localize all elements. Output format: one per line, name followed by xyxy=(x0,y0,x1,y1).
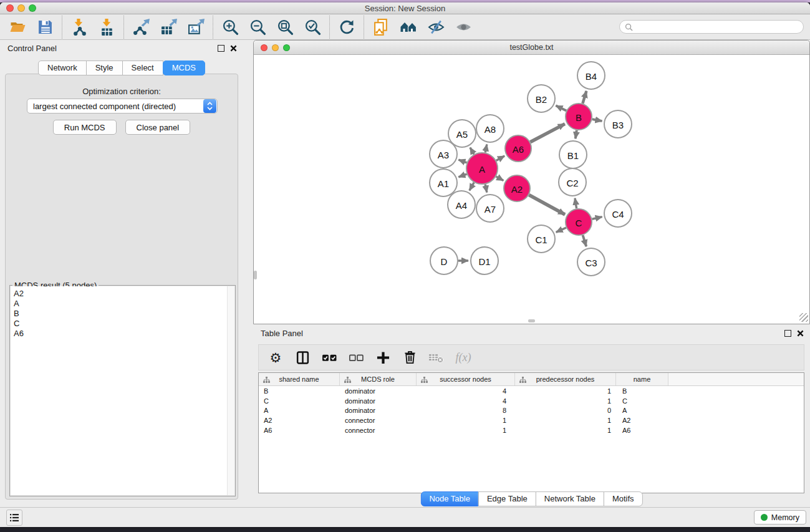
zoom-fit-icon[interactable] xyxy=(274,16,296,37)
node-D1[interactable]: D1 xyxy=(471,247,498,274)
edge-A-A6[interactable] xyxy=(496,156,504,160)
zoom-out-icon[interactable] xyxy=(246,16,269,37)
tab-select[interactable]: Select xyxy=(122,60,163,75)
edge-A-A4[interactable] xyxy=(470,183,474,191)
float-panel-icon[interactable] xyxy=(218,45,224,52)
edge-C-C2[interactable] xyxy=(575,198,577,209)
task-history-button[interactable] xyxy=(6,510,22,526)
edge-B-B4[interactable] xyxy=(582,91,586,104)
node-A[interactable]: A xyxy=(466,153,498,184)
close-window-button[interactable] xyxy=(6,4,14,12)
mcds-result-item[interactable]: B xyxy=(14,309,234,319)
deselect-all-icon[interactable] xyxy=(348,349,364,365)
node-C3[interactable]: C3 xyxy=(577,248,605,276)
node-A4[interactable]: A4 xyxy=(448,191,475,218)
node-A1[interactable]: A1 xyxy=(430,169,457,196)
node-C[interactable]: C xyxy=(566,209,592,235)
cybrowser-home-icon[interactable] xyxy=(397,16,420,37)
memory-button[interactable]: Memory xyxy=(754,510,806,525)
criterion-dropdown[interactable]: largest connected component (directed) xyxy=(27,99,218,114)
mcds-result-item[interactable]: A6 xyxy=(14,329,234,339)
node-A3[interactable]: A3 xyxy=(430,140,457,168)
edge-C-C1[interactable] xyxy=(556,228,566,232)
column-header-shared-name[interactable]: shared name xyxy=(259,373,340,385)
delete-column-trash-icon[interactable] xyxy=(402,349,418,365)
open-file-icon[interactable] xyxy=(6,16,29,37)
column-header-predecessor-nodes[interactable]: predecessor nodes xyxy=(515,373,616,385)
mcds-result-item[interactable]: A xyxy=(14,299,234,309)
node-C2[interactable]: C2 xyxy=(559,168,586,196)
node-B4[interactable]: B4 xyxy=(577,62,605,89)
maximize-window-button[interactable] xyxy=(29,4,36,12)
mcds-result-item[interactable]: A2 xyxy=(14,289,234,299)
column-header-MCDS-role[interactable]: MCDS role xyxy=(340,373,417,385)
column-header-name[interactable]: name xyxy=(616,373,668,385)
network-window-titlebar[interactable]: testGlobe.txt xyxy=(254,41,809,55)
search-input[interactable] xyxy=(636,22,798,31)
edge-A-A5[interactable] xyxy=(470,148,474,155)
minimize-window-button[interactable] xyxy=(17,4,25,12)
search-field[interactable] xyxy=(619,20,804,34)
new-network-from-selection-icon[interactable] xyxy=(370,16,392,37)
horizontal-scroll-thumb[interactable] xyxy=(528,319,535,322)
node-A2[interactable]: A2 xyxy=(504,175,530,201)
export-table-icon[interactable] xyxy=(157,16,180,37)
edge-B-B3[interactable] xyxy=(592,119,602,121)
add-column-icon[interactable] xyxy=(375,349,391,365)
network-canvas[interactable]: B4B2BB3A5A8A6A3B1AA1C2A2A4A7C4CC1C3DD1 xyxy=(254,55,809,323)
edge-B-B1[interactable] xyxy=(576,130,577,139)
node-B3[interactable]: B3 xyxy=(604,110,632,138)
node-C1[interactable]: C1 xyxy=(528,225,555,253)
tab-node-table[interactable]: Node Table xyxy=(420,491,479,506)
tab-network-table[interactable]: Network Table xyxy=(536,491,604,506)
window-titlebar[interactable]: Session: New Session xyxy=(0,2,810,14)
edge-A-A1[interactable] xyxy=(458,174,466,177)
network-maximize-button[interactable] xyxy=(283,44,290,51)
vertical-scroll-thumb[interactable] xyxy=(254,271,257,279)
table-row[interactable]: Bdominator41B xyxy=(259,386,804,396)
node-C4[interactable]: C4 xyxy=(604,200,632,227)
resize-grip-icon[interactable] xyxy=(799,313,808,322)
save-session-icon[interactable] xyxy=(34,16,56,37)
close-table-panel-icon[interactable] xyxy=(797,330,804,337)
edge-B-B2[interactable] xyxy=(556,105,566,110)
import-network-icon[interactable] xyxy=(68,16,90,37)
node-B2[interactable]: B2 xyxy=(528,85,555,112)
table-row[interactable]: A2connector11A2 xyxy=(259,415,804,425)
show-all-icon[interactable] xyxy=(452,16,475,37)
hide-selected-icon[interactable] xyxy=(425,16,447,37)
node-D[interactable]: D xyxy=(430,247,458,274)
tab-motifs[interactable]: Motifs xyxy=(604,491,643,506)
edge-A-A3[interactable] xyxy=(458,160,466,163)
column-header-successor-nodes[interactable]: successor nodes xyxy=(417,373,515,385)
run-mcds-button[interactable]: Run MCDS xyxy=(53,120,117,135)
mcds-result-item[interactable]: C xyxy=(14,319,234,329)
edge-C-C4[interactable] xyxy=(592,217,602,220)
network-graph[interactable]: B4B2BB3A5A8A6A3B1AA1C2A2A4A7C4CC1C3DD1 xyxy=(254,55,809,323)
tab-style[interactable]: Style xyxy=(86,60,123,75)
float-table-panel-icon[interactable] xyxy=(784,330,791,337)
edge-A2-C[interactable] xyxy=(529,195,565,215)
zoom-in-icon[interactable] xyxy=(219,16,241,37)
node-A8[interactable]: A8 xyxy=(476,115,504,142)
delete-table-icon[interactable] xyxy=(428,349,445,365)
edge-A-A8[interactable] xyxy=(485,144,487,152)
zoom-selected-icon[interactable] xyxy=(301,16,324,37)
select-all-icon[interactable] xyxy=(321,349,337,365)
edge-C-C3[interactable] xyxy=(583,235,587,246)
refresh-icon[interactable] xyxy=(335,16,358,37)
table-settings-gear-icon[interactable]: ⚙ xyxy=(268,349,284,365)
network-minimize-button[interactable] xyxy=(272,44,279,51)
import-table-icon[interactable] xyxy=(95,16,118,37)
close-panel-button[interactable]: Close panel xyxy=(125,120,191,135)
tab-mcds[interactable]: MCDS xyxy=(163,60,205,75)
tab-edge-table[interactable]: Edge Table xyxy=(478,491,536,506)
node-B[interactable]: B xyxy=(566,104,592,130)
table-row[interactable]: Adominator80A xyxy=(259,405,804,415)
node-A7[interactable]: A7 xyxy=(476,195,504,222)
table-row[interactable]: Cdominator41C xyxy=(259,396,804,406)
edge-A6-B[interactable] xyxy=(530,124,564,142)
result-scrollbar[interactable] xyxy=(227,286,234,495)
edge-A-A7[interactable] xyxy=(485,184,487,192)
column-chooser-icon[interactable] xyxy=(294,349,311,365)
